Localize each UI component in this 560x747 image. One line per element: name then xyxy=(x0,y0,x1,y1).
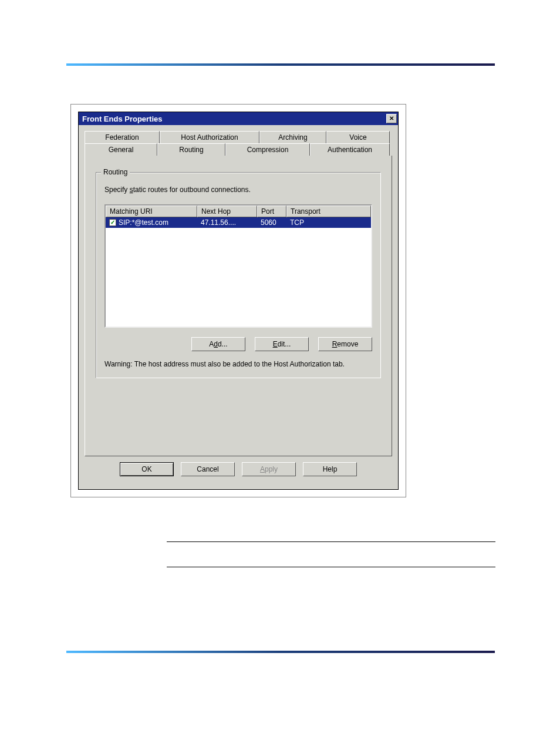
tab-routing[interactable]: Routing xyxy=(157,143,225,156)
tab-archiving[interactable]: Archiving xyxy=(259,131,326,143)
tab-row-back: Federation Host Authorization Archiving … xyxy=(85,131,392,143)
titlebar: Front Ends Properties ✕ xyxy=(79,112,398,125)
tab-compression[interactable]: Compression xyxy=(225,143,310,156)
note-line-2 xyxy=(167,567,495,567)
cell-uri: ✓ SIP:*@test.com xyxy=(106,218,197,227)
top-rule xyxy=(66,63,495,66)
routing-warning: Warning: The host address must also be a… xyxy=(104,359,372,369)
edit-post: dit... xyxy=(278,340,291,348)
dialog-body: Federation Host Authorization Archiving … xyxy=(79,125,398,489)
add-u: d xyxy=(214,340,218,348)
ok-button[interactable]: OK xyxy=(120,462,174,476)
routing-hint: Specify static routes for outbound conne… xyxy=(104,186,372,194)
routes-list[interactable]: Matching URI Next Hop Port Transport ✓ S… xyxy=(104,204,372,328)
list-header: Matching URI Next Hop Port Transport xyxy=(106,206,371,217)
add-button[interactable]: Add... xyxy=(191,337,245,351)
route-buttons: Add... Edit... Remove xyxy=(104,337,372,351)
edit-button[interactable]: Edit... xyxy=(255,337,309,351)
cell-transport: TCP xyxy=(286,218,371,227)
remove-post: emove xyxy=(337,340,358,348)
col-matching-uri[interactable]: Matching URI xyxy=(106,206,197,217)
apply-button[interactable]: Apply xyxy=(242,462,296,476)
note-line-1 xyxy=(167,541,495,542)
tab-panel-routing: Routing Specify static routes for outbou… xyxy=(85,156,392,456)
close-icon: ✕ xyxy=(389,116,394,122)
cancel-button[interactable]: Cancel xyxy=(181,462,235,476)
tab-row-front: General Routing Compression Authenticati… xyxy=(85,143,392,156)
tab-host-authorization[interactable]: Host Authorization xyxy=(160,131,259,143)
hint-pre: Specify xyxy=(104,186,130,194)
apply-post: pply xyxy=(265,465,278,473)
route-row[interactable]: ✓ SIP:*@test.com 47.11.56.... 5060 TCP xyxy=(106,217,371,228)
col-port[interactable]: Port xyxy=(257,206,286,217)
cell-port: 5060 xyxy=(257,218,286,227)
add-post: d... xyxy=(218,340,228,348)
dialog-title: Front Ends Properties xyxy=(82,115,163,123)
uri-text: SIP:*@test.com xyxy=(119,218,168,227)
tab-federation[interactable]: Federation xyxy=(85,131,160,143)
dialog-buttons: OK Cancel Apply Help xyxy=(85,456,392,483)
routing-group: Routing Specify static routes for outbou… xyxy=(96,172,381,378)
apply-u: A xyxy=(260,465,265,473)
tabs: Federation Host Authorization Archiving … xyxy=(85,131,392,156)
remove-button[interactable]: Remove xyxy=(318,337,372,351)
dialog-frame: Front Ends Properties ✕ Federation Host … xyxy=(70,104,406,497)
route-checkbox[interactable]: ✓ xyxy=(109,219,116,226)
help-button[interactable]: Help xyxy=(303,462,357,476)
routing-legend: Routing xyxy=(101,168,130,176)
edit-u: E xyxy=(273,340,278,348)
hint-post: tatic routes for outbound connections. xyxy=(133,186,251,194)
tab-voice[interactable]: Voice xyxy=(326,131,390,143)
cell-hop: 47.11.56.... xyxy=(197,218,257,227)
dialog: Front Ends Properties ✕ Federation Host … xyxy=(78,112,399,490)
note-lines xyxy=(167,541,495,592)
tab-authentication[interactable]: Authentication xyxy=(310,143,390,156)
col-next-hop[interactable]: Next Hop xyxy=(197,206,257,217)
remove-u: R xyxy=(332,340,338,348)
col-transport[interactable]: Transport xyxy=(286,206,371,217)
tab-general[interactable]: General xyxy=(85,143,157,156)
close-button[interactable]: ✕ xyxy=(386,114,397,123)
bottom-rule xyxy=(66,651,495,653)
